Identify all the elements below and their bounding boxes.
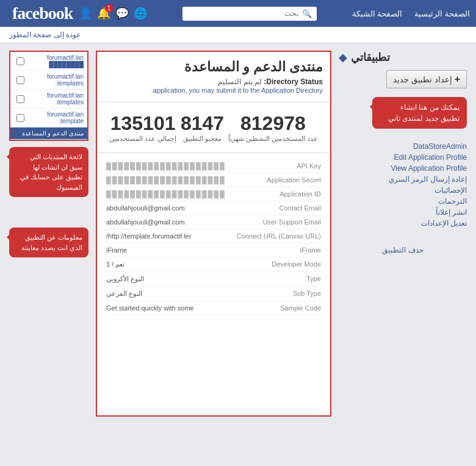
forum-list-item[interactable]: forumactif.lan ████████ — [10, 52, 87, 71]
sub-header[interactable]: عودة إلى صفحة المطور — [0, 27, 476, 43]
directory-status: Directory Status: لم يتم التسليم applica… — [104, 77, 323, 95]
new-app-button[interactable]: + إعداد تطبيق جديد — [386, 70, 467, 88]
fb-small-icon: ◆ — [339, 51, 347, 64]
new-app-label: إعداد تطبيق جديد — [393, 75, 452, 84]
app-info-row: Sample CodeGet started quickly with some — [106, 301, 321, 315]
nav-icon-group: 🌐 💬 🔔 1 👤 — [79, 7, 147, 20]
nav-right: 🌐 💬 🔔 1 👤 facebook — [6, 4, 147, 23]
page-title: تطبيقاتي — [351, 51, 390, 64]
nav-link-network[interactable]: الصفحة الشبكة — [352, 9, 403, 18]
facebook-logo: facebook — [12, 4, 73, 23]
app-info-label: Developer Mode — [272, 260, 321, 268]
forum-list-label: forumactif.lan templates. — [24, 92, 84, 106]
nav-links-left: الصفحة الرئيسية الصفحة الشبكة — [352, 9, 470, 18]
app-info-row: API Key████████████████████ — [106, 159, 321, 173]
forum-list-label: forumactif.lan template. — [24, 111, 84, 124]
sidebar-link-reset-secret[interactable]: إعادة إرسال الرمز السري — [339, 175, 467, 184]
app-info-row: Connect URL (Canvas URL)http://template.… — [106, 229, 321, 243]
user-icon[interactable]: 👤 — [79, 7, 92, 20]
right-sidebar: forumactif.lan ████████forumactif.lan te… — [9, 51, 88, 417]
forum-list-checkbox[interactable] — [16, 114, 24, 122]
globe-icon[interactable]: 🌐 — [134, 7, 147, 20]
back-link[interactable]: عودة إلى صفحة المطور — [9, 30, 81, 39]
sidebar-link-stats[interactable]: الإحصائيات — [339, 186, 467, 195]
search-input[interactable] — [189, 9, 298, 18]
right-tooltip-app-info: معلومات عن التطبيق الذي انت بصدد معاينته — [9, 228, 88, 257]
forum-list-label: forumactif.lan ████████ — [24, 54, 84, 68]
app-info-value: نعم / 1 — [106, 260, 124, 268]
new-app-tooltip: يمكنك من هنا انشاء تطبيق جديد لمنتدى ثان… — [372, 97, 467, 129]
app-info-label: Sample Code — [280, 304, 321, 312]
app-info-label: Connect URL (Canvas URL) — [237, 232, 321, 240]
app-info-label: Application ID — [279, 190, 321, 198]
stat-total-label: إجمالي عدد المستخدمين — [109, 135, 176, 143]
right-tooltip-text2: معلومات عن التطبيق الذي انت بصدد معاينته — [21, 234, 82, 251]
app-info-row: Contact Emailabdullahjouuli@gmail.com — [106, 201, 321, 215]
app-info-label: Sub Type — [293, 290, 321, 297]
tooltip-text: يمكنك من هنا انشاء تطبيق جديد لمنتدى ثان… — [388, 103, 460, 123]
app-info-row: Sub Typeالنوع الفرعي — [106, 287, 321, 301]
main-content: تطبيقاتي ◆ + إعداد تطبيق جديد يمكنك من ه… — [0, 43, 476, 424]
right-tooltip-forums: لائحة المنتديات التي سبق ان انشات لها تط… — [9, 147, 88, 197]
app-info-panel: API Key████████████████████Application S… — [97, 153, 330, 321]
app-info-value: النوع الأكروبي — [106, 275, 144, 283]
stat-fans-label: معجبو التطبيق — [181, 135, 224, 143]
directory-note: application, you may submit it to the Ap… — [151, 87, 323, 94]
app-info-label: iFrame — [300, 246, 321, 254]
forum-list-checkbox[interactable] — [16, 95, 24, 103]
forum-list-label: منتدى الدعم و المساعدة — [22, 130, 84, 137]
page-title-row: تطبيقاتي ◆ — [339, 51, 467, 64]
search-bar[interactable]: 🔍 — [182, 7, 317, 21]
stat-total-users: 135101 إجمالي عدد المستخدمين — [109, 112, 176, 143]
sidebar-link-view-profile[interactable]: View Application Profile — [339, 164, 467, 173]
app-info-value: abdullahjouuli@gmail.com — [106, 204, 185, 212]
notifications-icon[interactable]: 🔔 1 — [97, 7, 110, 20]
center-panel: منتدى الدعم و المساعدة Directory Status:… — [96, 51, 331, 417]
app-info-value: ████████████████████ — [106, 190, 226, 198]
app-info-label: API Key — [297, 162, 321, 170]
delete-app-text: حذف التطبيق — [382, 246, 423, 254]
app-info-row: Application Secret████████████████████ — [106, 173, 321, 187]
app-info-value: Get started quickly with some — [106, 304, 194, 312]
sidebar-link-edit-profile[interactable]: Edit Application Profile — [339, 153, 467, 162]
forum-list-checkbox[interactable] — [16, 76, 24, 84]
sidebar-links: DataStoreAdmin Edit Application Profile … — [339, 142, 467, 228]
app-info-label: Contact Email — [279, 204, 321, 212]
sidebar-link-datastore[interactable]: DataStoreAdmin — [339, 142, 467, 151]
app-info-value: abdullahjouuli@gmail.com — [106, 218, 185, 226]
app-info-row: Developer Modeنعم / 1 — [106, 257, 321, 272]
sidebar-link-publish[interactable]: انشر إعلاناً — [339, 208, 467, 217]
sidebar-link-settings[interactable]: تعديل الإعدادات — [339, 219, 467, 228]
app-info-value: ████████████████████ — [106, 176, 226, 184]
forum-list-item[interactable]: forumactif.lan templates. — [10, 71, 87, 90]
stat-monthly-label: عدد المستخدمين النشطين شهرياً — [228, 135, 318, 143]
delete-app-link[interactable]: حذف التطبيق — [339, 246, 467, 254]
stats-row: 812978 عدد المستخدمين النشطين شهرياً 814… — [97, 102, 330, 153]
sidebar-link-translations[interactable]: الترجمات — [339, 197, 467, 206]
directory-label: Directory Status: — [264, 77, 323, 86]
forum-list-checkbox[interactable] — [16, 57, 24, 65]
app-info-label: User Support Email — [263, 218, 321, 226]
search-icon[interactable]: 🔍 — [302, 9, 312, 18]
app-info-row: Application ID████████████████████ — [106, 187, 321, 201]
notification-count: 1 — [105, 4, 114, 12]
plus-icon: + — [455, 74, 460, 85]
forum-list-box: forumactif.lan ████████forumactif.lan te… — [9, 51, 88, 141]
stat-monthly-value: 812978 — [228, 112, 318, 135]
forum-list-item[interactable]: forumactif.lan templates. — [10, 90, 87, 109]
chat-icon[interactable]: 💬 — [115, 7, 129, 20]
app-info-value: النوع الفرعي — [106, 290, 142, 298]
forum-list-item[interactable]: forumactif.lan template. — [10, 109, 87, 127]
right-tooltip-text1: لائحة المنتديات التي سبق ان انشات لها تط… — [20, 153, 82, 191]
forum-list-label: forumactif.lan templates. — [24, 73, 84, 87]
app-info-value: http://template.forumactif.ler/ — [106, 232, 191, 240]
app-info-row: Typeالنوع الأكروبي — [106, 272, 321, 287]
app-info-row: iFrameiFrame — [106, 243, 321, 257]
app-info-label: Type — [306, 275, 321, 282]
directory-value: لم يتم التسليم — [218, 77, 262, 86]
app-info-label: Application Secret — [267, 176, 321, 184]
nav-link-home[interactable]: الصفحة الرئيسية — [414, 9, 470, 18]
forum-header: منتدى الدعم و المساعدة Directory Status:… — [97, 52, 330, 102]
forum-list-item[interactable]: منتدى الدعم و المساعدة — [10, 127, 87, 140]
stat-total-value: 135101 — [109, 112, 176, 135]
